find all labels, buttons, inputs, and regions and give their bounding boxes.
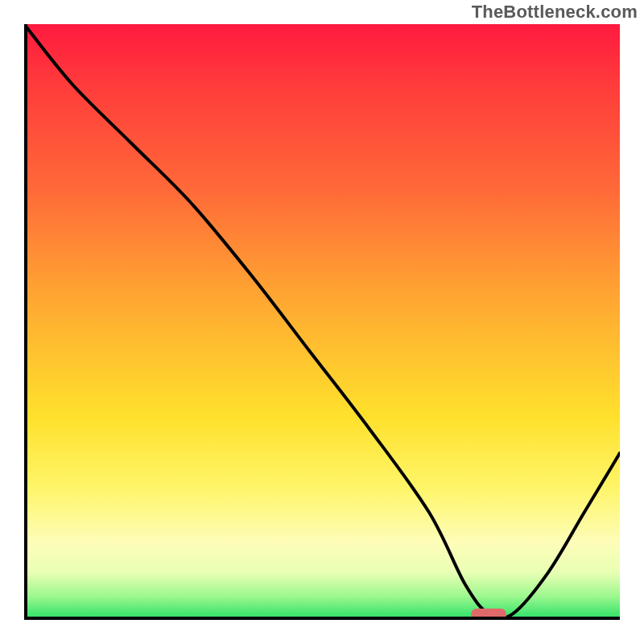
watermark-text: TheBottleneck.com: [472, 2, 638, 23]
chart-area: [24, 24, 620, 620]
chart-axes: [24, 24, 620, 620]
